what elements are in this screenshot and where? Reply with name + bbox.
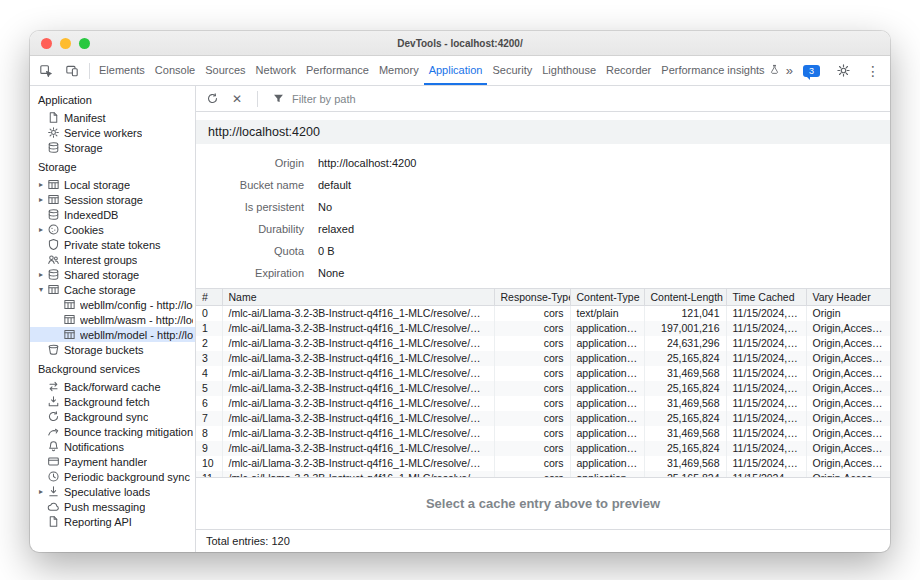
cache-entries-table-wrap[interactable]: #NameResponse-TypeContent-TypeContent-Le… — [196, 288, 890, 477]
sidebar-item-background-sync[interactable]: Background sync — [30, 409, 195, 424]
filter-funnel-icon — [269, 90, 287, 108]
more-tabs-icon[interactable]: » — [786, 63, 793, 78]
sidebar-item-cache-storage[interactable]: ▾Cache storage — [30, 282, 195, 297]
cache-entry-cell: Origin,Access… — [806, 411, 890, 426]
sidebar-item-label: Interest groups — [64, 254, 137, 266]
meta-value: relaxed — [318, 223, 354, 235]
cache-entry-cell: application/oc… — [570, 441, 644, 456]
clear-icon[interactable]: ✕ — [228, 90, 246, 108]
filter-by-path-input[interactable]: Filter by path — [269, 90, 356, 108]
device-toolbar-icon[interactable] — [59, 56, 85, 85]
sidebar-item-local-storage[interactable]: ▸Local storage — [30, 177, 195, 192]
column-header-time-cached[interactable]: Time Cached — [726, 289, 806, 306]
sidebar-item-shared-storage[interactable]: ▸Shared storage — [30, 267, 195, 282]
group-icon — [46, 253, 60, 266]
card-icon — [46, 455, 60, 468]
issues-badge[interactable]: 3 — [803, 65, 820, 77]
sidebar-item-storage-buckets[interactable]: Storage buckets — [30, 342, 195, 357]
chevron-right-icon[interactable]: ▸ — [36, 487, 46, 496]
tab-sources[interactable]: Sources — [200, 56, 250, 85]
tab-lighthouse[interactable]: Lighthouse — [537, 56, 601, 85]
cache-entry-row[interactable]: 4/mlc-ai/Llama-3.2-3B-Instruct-q4f16_1-M… — [196, 366, 890, 381]
sidebar-item-background-fetch[interactable]: Background fetch — [30, 394, 195, 409]
sidebar-item-speculative-loads[interactable]: ▸Speculative loads — [30, 484, 195, 499]
column-header-vary-header[interactable]: Vary Header — [806, 289, 890, 306]
chevron-right-icon[interactable]: ▸ — [36, 270, 46, 279]
column-header-content-type[interactable]: Content-Type — [570, 289, 644, 306]
sidebar-item-service-workers[interactable]: Service workers — [30, 125, 195, 140]
sidebar-item-back-forward-cache[interactable]: Back/forward cache — [30, 379, 195, 394]
column-header-name[interactable]: Name — [222, 289, 494, 306]
refresh-icon[interactable] — [203, 90, 221, 108]
tab-label: Elements — [99, 64, 145, 76]
tab-network[interactable]: Network — [251, 56, 301, 85]
cache-entry-row[interactable]: 2/mlc-ai/Llama-3.2-3B-Instruct-q4f16_1-M… — [196, 336, 890, 351]
cache-entry-cell: 31,469,568 — [644, 426, 726, 441]
cache-origin-header[interactable]: http://localhost:4200 — [196, 120, 890, 144]
tab-performance-insights[interactable]: Performance insights — [656, 56, 784, 85]
cache-entry-cell: /mlc-ai/Llama-3.2-3B-Instruct-q4f16_1-ML… — [222, 351, 494, 366]
sidebar-item-push-messaging[interactable]: Push messaging — [30, 499, 195, 514]
chevron-right-icon[interactable]: ▸ — [36, 180, 46, 189]
column-header-index[interactable]: # — [196, 289, 222, 306]
column-header-content-length[interactable]: Content-Length — [644, 289, 726, 306]
sidebar-item-label: Payment handler — [64, 456, 147, 468]
tab-label: Sources — [205, 64, 245, 76]
sidebar-item-private-state-tokens[interactable]: Private state tokens — [30, 237, 195, 252]
cache-entries-table: #NameResponse-TypeContent-TypeContent-Le… — [196, 288, 890, 477]
sidebar-item-webllm-model-http-loc[interactable]: webllm/model - http://loc… — [30, 327, 195, 342]
cache-entry-cell: 2 — [196, 336, 222, 351]
cache-entry-row[interactable]: 5/mlc-ai/Llama-3.2-3B-Instruct-q4f16_1-M… — [196, 381, 890, 396]
spec-icon — [46, 485, 60, 498]
tab-security[interactable]: Security — [487, 56, 537, 85]
sidebar-item-periodic-background-sync[interactable]: Periodic background sync — [30, 469, 195, 484]
sidebar-item-webllm-config-http-loc[interactable]: webllm/config - http://loc… — [30, 297, 195, 312]
tab-console[interactable]: Console — [150, 56, 200, 85]
cache-entry-cell: 25,165,824 — [644, 411, 726, 426]
swap-icon — [46, 380, 60, 393]
sidebar-item-cookies[interactable]: ▸Cookies — [30, 222, 195, 237]
window-titlebar[interactable]: DevTools - localhost:4200/ — [30, 31, 890, 56]
sidebar-item-interest-groups[interactable]: Interest groups — [30, 252, 195, 267]
cache-entry-row[interactable]: 1/mlc-ai/Llama-3.2-3B-Instruct-q4f16_1-M… — [196, 321, 890, 336]
tab-memory[interactable]: Memory — [374, 56, 424, 85]
sidebar-item-label: webllm/model - http://loc… — [80, 329, 193, 341]
cache-entry-row[interactable]: 3/mlc-ai/Llama-3.2-3B-Instruct-q4f16_1-M… — [196, 351, 890, 366]
tab-performance[interactable]: Performance — [301, 56, 374, 85]
cache-entry-cell: /mlc-ai/Llama-3.2-3B-Instruct-q4f16_1-ML… — [222, 336, 494, 351]
cache-entry-row[interactable]: 10/mlc-ai/Llama-3.2-3B-Instruct-q4f16_1-… — [196, 456, 890, 471]
inspect-element-icon[interactable] — [33, 56, 59, 85]
cache-meta-row-expiration: ExpirationNone — [196, 262, 890, 284]
sidebar-section-application: Application — [30, 88, 195, 110]
cache-entry-cell: 11/15/2024, 10… — [726, 351, 806, 366]
cache-entry-row[interactable]: 8/mlc-ai/Llama-3.2-3B-Instruct-q4f16_1-M… — [196, 426, 890, 441]
cache-entry-cell: Origin,Access… — [806, 351, 890, 366]
cache-entry-row[interactable]: 9/mlc-ai/Llama-3.2-3B-Instruct-q4f16_1-M… — [196, 441, 890, 456]
shield-icon — [46, 238, 60, 251]
sidebar-item-label: Background fetch — [64, 396, 150, 408]
cache-entry-row[interactable]: 6/mlc-ai/Llama-3.2-3B-Instruct-q4f16_1-M… — [196, 396, 890, 411]
sidebar-item-storage[interactable]: Storage — [30, 140, 195, 155]
sidebar-item-reporting-api[interactable]: Reporting API — [30, 514, 195, 529]
sidebar-item-session-storage[interactable]: ▸Session storage — [30, 192, 195, 207]
cache-entry-cell: application/oc… — [570, 321, 644, 336]
chevron-down-icon[interactable]: ▾ — [36, 285, 46, 294]
tab-label: Application — [429, 64, 483, 76]
panel-tabs: ElementsConsoleSourcesNetworkPerformance… — [94, 56, 785, 85]
kebab-menu-icon[interactable]: ⋮ — [866, 64, 880, 78]
cache-entry-row[interactable]: 7/mlc-ai/Llama-3.2-3B-Instruct-q4f16_1-M… — [196, 411, 890, 426]
sidebar-item-bounce-tracking-mitigations[interactable]: Bounce tracking mitigations — [30, 424, 195, 439]
sidebar-item-manifest[interactable]: Manifest — [30, 110, 195, 125]
settings-gear-icon[interactable] — [830, 63, 856, 78]
chevron-right-icon[interactable]: ▸ — [36, 225, 46, 234]
sidebar-item-notifications[interactable]: Notifications — [30, 439, 195, 454]
sidebar-item-payment-handler[interactable]: Payment handler — [30, 454, 195, 469]
sidebar-item-indexeddb[interactable]: IndexedDB — [30, 207, 195, 222]
chevron-right-icon[interactable]: ▸ — [36, 195, 46, 204]
tab-application[interactable]: Application — [424, 56, 488, 85]
tab-recorder[interactable]: Recorder — [601, 56, 656, 85]
tab-elements[interactable]: Elements — [94, 56, 150, 85]
sidebar-item-webllm-wasm-http-loca[interactable]: webllm/wasm - http://loca… — [30, 312, 195, 327]
column-header-response-type[interactable]: Response-Type — [494, 289, 570, 306]
cache-entry-row[interactable]: 0/mlc-ai/Llama-3.2-3B-Instruct-q4f16_1-M… — [196, 306, 890, 321]
